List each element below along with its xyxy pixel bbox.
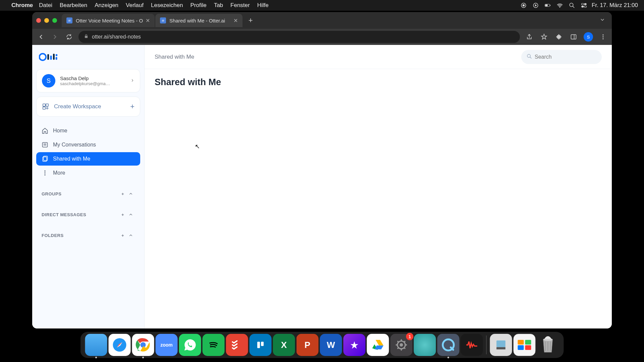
dock-spotify[interactable] <box>203 334 225 356</box>
dock-powerpoint[interactable]: P <box>297 334 319 356</box>
workspace-label: Create Workspace <box>54 103 125 110</box>
menubar-datetime[interactable]: Fr. 17. März 21:00 <box>592 2 638 9</box>
search-box[interactable] <box>521 50 602 64</box>
nav-label: Shared with Me <box>53 156 90 162</box>
play-icon[interactable] <box>533 2 539 8</box>
svg-rect-8 <box>582 3 584 5</box>
create-workspace-button[interactable]: Create Workspace + <box>36 97 140 117</box>
close-tab-icon[interactable]: ✕ <box>146 17 150 24</box>
svg-point-22 <box>56 54 58 56</box>
collapse-dm-icon[interactable] <box>127 210 135 219</box>
nav-my-conversations[interactable]: My Conversations <box>36 138 140 152</box>
page-content: S Sascha Delp saschadelpkurse@gma… Creat… <box>32 45 612 328</box>
otter-logo[interactable] <box>39 52 138 63</box>
control-center-icon[interactable] <box>581 2 587 8</box>
menu-lesezeichen[interactable]: Lesezeichen <box>151 2 183 9</box>
dock-folder[interactable] <box>514 334 536 356</box>
dock-voice-memos[interactable] <box>461 334 483 356</box>
menu-icon[interactable] <box>598 32 608 42</box>
menu-hilfe[interactable]: Hilfe <box>257 2 269 9</box>
dock-finder[interactable] <box>85 334 107 356</box>
menu-fenster[interactable]: Fenster <box>230 2 250 9</box>
dock-word[interactable]: W <box>320 334 342 356</box>
collapse-groups-icon[interactable] <box>127 190 135 198</box>
dock-app-circle[interactable] <box>414 334 436 356</box>
reload-button[interactable] <box>64 32 74 42</box>
menu-tab[interactable]: Tab <box>214 2 223 9</box>
section-folders: FOLDERS + <box>36 228 140 243</box>
battery-icon[interactable] <box>545 2 551 8</box>
favicon-icon: ai <box>66 17 72 23</box>
svg-rect-52 <box>525 345 531 350</box>
svg-rect-23 <box>56 57 57 60</box>
menu-datei[interactable]: Datei <box>39 2 52 9</box>
dock-imovie[interactable]: ★ <box>343 334 366 356</box>
browser-tab[interactable]: ai Shared with Me - Otter.ai ✕ <box>155 14 243 27</box>
url-text: otter.ai/shared-notes <box>92 34 141 40</box>
dock-chrome[interactable] <box>132 334 154 356</box>
svg-rect-42 <box>257 342 260 348</box>
extensions-icon[interactable] <box>554 32 564 42</box>
dock-trello[interactable] <box>250 334 272 356</box>
sidepanel-icon[interactable] <box>569 32 578 42</box>
dock-google-drive[interactable] <box>367 334 389 356</box>
wifi-icon[interactable] <box>557 2 563 8</box>
maximize-window-button[interactable] <box>52 18 57 23</box>
forward-button[interactable] <box>50 32 60 42</box>
svg-point-15 <box>602 35 603 36</box>
svg-rect-43 <box>261 342 264 346</box>
main-header: Shared with Me <box>145 45 612 69</box>
nav-more[interactable]: More <box>36 166 140 180</box>
menu-bearbeiten[interactable]: Bearbeiten <box>60 2 87 9</box>
address-bar[interactable]: otter.ai/shared-notes <box>78 31 520 43</box>
back-button[interactable] <box>36 32 46 42</box>
dock-whatsapp[interactable] <box>179 334 201 356</box>
dock-settings[interactable]: 1 <box>390 334 413 356</box>
window-controls <box>36 18 57 23</box>
bookmark-icon[interactable] <box>539 32 549 42</box>
dock-excel[interactable]: X <box>273 334 295 356</box>
page-title: Shared with Me <box>155 77 602 87</box>
dock-quicktime[interactable] <box>437 334 460 356</box>
minimize-window-button[interactable] <box>44 18 49 23</box>
svg-point-34 <box>44 174 45 175</box>
tab-title: Otter Voice Meeting Notes - O <box>76 18 143 23</box>
add-folder-button[interactable]: + <box>119 231 127 239</box>
collapse-folders-icon[interactable] <box>127 231 135 239</box>
close-window-button[interactable] <box>36 18 41 23</box>
menu-verlauf[interactable]: Verlauf <box>126 2 144 9</box>
dock-safari[interactable] <box>109 334 131 356</box>
spotlight-icon[interactable] <box>569 2 575 8</box>
tabs-dropdown-icon[interactable] <box>600 17 605 24</box>
profile-avatar[interactable]: S <box>584 32 593 42</box>
new-tab-button[interactable]: + <box>245 15 256 26</box>
section-label: GROUPS <box>42 191 119 196</box>
svg-rect-50 <box>525 340 531 345</box>
svg-rect-25 <box>46 104 48 106</box>
nav-home[interactable]: Home <box>36 124 140 137</box>
add-group-button[interactable]: + <box>119 190 127 198</box>
dock-todoist[interactable] <box>226 334 248 356</box>
dock-zoom[interactable]: zoom <box>156 334 178 356</box>
account-card[interactable]: S Sascha Delp saschadelpkurse@gma… <box>36 69 140 93</box>
add-dm-button[interactable]: + <box>119 210 127 219</box>
menu-profile[interactable]: Profile <box>190 2 206 9</box>
search-input[interactable] <box>535 54 602 60</box>
shared-icon <box>42 156 48 162</box>
nav-shared-with-me[interactable]: Shared with Me <box>36 152 140 166</box>
dock-preview[interactable] <box>490 334 512 356</box>
dock-trash[interactable] <box>537 334 559 356</box>
close-tab-icon[interactable]: ✕ <box>233 17 238 24</box>
browser-tab[interactable]: ai Otter Voice Meeting Notes - O ✕ <box>62 14 155 27</box>
svg-rect-5 <box>545 5 548 6</box>
macos-menubar: Chrome Datei Bearbeiten Anzeigen Verlauf… <box>0 0 644 11</box>
menu-anzeigen[interactable]: Anzeigen <box>95 2 118 9</box>
record-icon[interactable] <box>521 2 527 8</box>
share-icon[interactable] <box>525 32 534 42</box>
app-name[interactable]: Chrome <box>11 2 33 9</box>
svg-point-33 <box>44 172 45 173</box>
sidebar: S Sascha Delp saschadelpkurse@gma… Creat… <box>32 45 145 328</box>
svg-rect-24 <box>43 104 45 106</box>
svg-rect-19 <box>47 54 49 60</box>
svg-rect-21 <box>53 54 55 60</box>
